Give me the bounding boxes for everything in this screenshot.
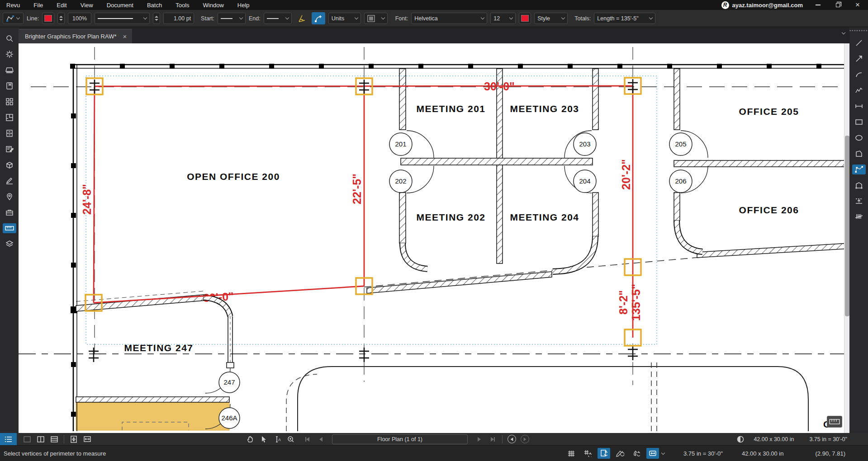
units-dropdown[interactable]: Units bbox=[328, 13, 361, 24]
fit-width-icon[interactable] bbox=[81, 433, 94, 445]
scrollbar-thumb[interactable] bbox=[845, 136, 849, 316]
perimeter-mode-icon bbox=[6, 15, 14, 22]
signature-icon[interactable] bbox=[3, 176, 16, 186]
document-tab[interactable]: Brighter Graphics Floor Plan RAW* × bbox=[19, 29, 132, 43]
next-page-icon[interactable] bbox=[472, 433, 486, 445]
walls bbox=[70, 64, 849, 431]
restore-button[interactable] bbox=[831, 1, 844, 9]
count-tool-icon[interactable] bbox=[852, 212, 866, 222]
selection-marquee bbox=[86, 76, 657, 344]
account-email[interactable]: ayaz.taimoor@gmail.com bbox=[732, 2, 803, 9]
tab-close-icon[interactable]: × bbox=[123, 33, 127, 40]
single-pane-icon[interactable] bbox=[20, 433, 34, 445]
split-horizontal-icon[interactable] bbox=[47, 433, 61, 445]
close-button[interactable]: × bbox=[851, 1, 864, 9]
svg-text:246A: 246A bbox=[221, 414, 237, 422]
menu-window[interactable]: Window bbox=[203, 2, 224, 9]
arrow-tool-icon[interactable] bbox=[852, 54, 866, 64]
first-page-icon[interactable] bbox=[300, 433, 314, 445]
totals-dropdown[interactable]: Length = 135'-5" bbox=[594, 13, 655, 24]
menu-tools[interactable]: Tools bbox=[175, 2, 189, 9]
vertical-scrollbar[interactable] bbox=[844, 43, 849, 433]
width-spinner[interactable] bbox=[153, 13, 160, 24]
measurements-panel-icon[interactable] bbox=[3, 223, 16, 233]
drawing-canvas[interactable]: 30'-0" bbox=[19, 43, 849, 433]
menu-revu[interactable]: Revu bbox=[6, 2, 20, 9]
floor-plan-svg: 30'-0" bbox=[19, 43, 849, 433]
polygon-tool-icon[interactable] bbox=[852, 149, 866, 159]
status-bar: Select vertices of perimeter to measure … bbox=[0, 445, 868, 461]
line-tool-icon[interactable] bbox=[852, 38, 866, 48]
menu-edit[interactable]: Edit bbox=[57, 2, 66, 9]
select-tool-icon[interactable] bbox=[257, 433, 270, 445]
line-color-swatch[interactable] bbox=[42, 13, 54, 24]
rectangle-tool-icon[interactable] bbox=[852, 117, 866, 127]
arc-tool-icon[interactable] bbox=[852, 70, 866, 80]
thumbnails-icon[interactable] bbox=[3, 97, 16, 107]
spaces-icon[interactable] bbox=[3, 113, 16, 122]
calibrate-button[interactable] bbox=[295, 12, 308, 24]
text-color-swatch[interactable] bbox=[519, 13, 531, 24]
reuse-chevron-icon[interactable] bbox=[661, 451, 665, 454]
layers-icon[interactable] bbox=[3, 239, 16, 249]
status-scale[interactable]: 3.75 in = 30'-0" bbox=[683, 450, 723, 457]
markups-list-toggle[interactable] bbox=[0, 433, 17, 445]
status-message: Select vertices of perimeter to measure bbox=[4, 450, 106, 457]
length-tool-icon[interactable] bbox=[852, 101, 866, 111]
line-width-field[interactable]: 1.00 pt bbox=[163, 13, 194, 24]
bookmarks-icon[interactable] bbox=[3, 81, 16, 91]
grid-icon[interactable] bbox=[565, 448, 578, 459]
drag-handle-icon[interactable]: •••••••• bbox=[849, 30, 868, 32]
line-style-dropdown[interactable] bbox=[95, 13, 150, 24]
file-access-icon[interactable] bbox=[3, 65, 16, 75]
minimize-button[interactable] bbox=[811, 1, 825, 9]
area-tool-icon[interactable] bbox=[852, 180, 866, 190]
previous-view-icon[interactable] bbox=[508, 435, 516, 443]
tool-mode-dropdown[interactable] bbox=[3, 13, 24, 24]
next-view-icon[interactable] bbox=[521, 435, 529, 443]
snap-to-grid-icon[interactable] bbox=[581, 448, 594, 459]
tab-list-chevron-icon[interactable] bbox=[842, 31, 845, 34]
tool-chest-icon[interactable] bbox=[3, 207, 16, 217]
properties-gear-icon[interactable] bbox=[3, 49, 16, 59]
perimeter-tool-icon[interactable] bbox=[852, 165, 866, 174]
snap-hatch-icon[interactable] bbox=[630, 448, 643, 459]
opacity-spinner[interactable] bbox=[57, 13, 65, 24]
page-field[interactable]: Floor Plan (1 of 1) bbox=[332, 434, 468, 444]
reuse-tool-icon[interactable] bbox=[646, 448, 659, 459]
opacity-field[interactable]: 100% bbox=[68, 13, 91, 24]
end-cap-dropdown[interactable] bbox=[264, 13, 292, 24]
menu-file[interactable]: File bbox=[33, 2, 43, 9]
polyline-tool-icon[interactable] bbox=[852, 85, 866, 95]
select-text-icon[interactable]: A bbox=[270, 433, 284, 445]
fit-page-icon[interactable] bbox=[67, 433, 81, 445]
measure-cursor-badge bbox=[827, 416, 842, 428]
style-dropdown[interactable]: Style bbox=[534, 13, 568, 24]
snap-to-markup-icon[interactable] bbox=[614, 448, 626, 459]
caption-align-dropdown[interactable] bbox=[364, 13, 388, 24]
markups-panel-icon[interactable] bbox=[3, 144, 16, 154]
status-page-size[interactable]: 42.00 x 30.00 in bbox=[742, 450, 784, 457]
menu-view[interactable]: View bbox=[81, 2, 93, 9]
menu-help[interactable]: Help bbox=[237, 2, 250, 9]
menu-document[interactable]: Document bbox=[107, 2, 133, 9]
font-dropdown[interactable]: Helvetica bbox=[411, 13, 487, 24]
zoom-tool-icon[interactable] bbox=[284, 433, 298, 445]
last-page-icon[interactable] bbox=[486, 433, 499, 445]
sets-icon[interactable] bbox=[3, 160, 16, 170]
studio-drawers-icon[interactable] bbox=[3, 128, 16, 138]
ellipse-tool-icon[interactable] bbox=[852, 133, 866, 143]
snap-to-content-icon[interactable] bbox=[598, 448, 610, 459]
lower-room-outline bbox=[286, 362, 808, 431]
split-vertical-icon[interactable] bbox=[34, 433, 47, 445]
pan-tool-icon[interactable] bbox=[243, 433, 257, 445]
menu-batch[interactable]: Batch bbox=[147, 2, 162, 9]
search-icon[interactable] bbox=[3, 33, 16, 43]
places-pin-icon[interactable] bbox=[3, 192, 16, 202]
contrast-icon[interactable] bbox=[734, 433, 747, 445]
offset-measure-tool-icon[interactable] bbox=[852, 196, 866, 206]
curve-mode-button[interactable] bbox=[312, 12, 325, 24]
font-size-dropdown[interactable]: 12 bbox=[490, 13, 516, 24]
start-cap-dropdown[interactable] bbox=[218, 13, 246, 24]
prev-page-icon[interactable] bbox=[314, 433, 327, 445]
